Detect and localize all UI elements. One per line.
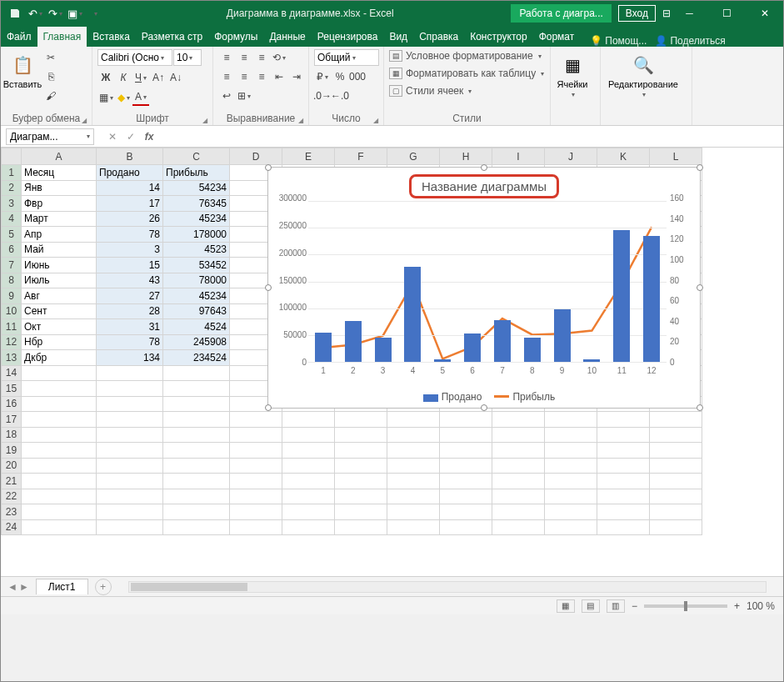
column-header[interactable]: K	[597, 148, 650, 165]
decrease-indent-icon[interactable]: ⇤	[271, 68, 287, 85]
row-header[interactable]: 17	[2, 412, 22, 428]
align-bottom-icon[interactable]: ≡	[253, 49, 270, 66]
cell[interactable]	[492, 519, 545, 535]
cell[interactable]: Фвр	[22, 196, 97, 212]
cell[interactable]	[545, 474, 597, 489]
qat-customize-icon[interactable]: ▾	[86, 4, 104, 23]
minimize-button[interactable]: ─	[671, 1, 708, 26]
row-header[interactable]: 15	[2, 381, 22, 397]
enter-formula-icon[interactable]: ✓	[122, 131, 139, 143]
column-header[interactable]: E	[282, 148, 335, 165]
sheet-tab[interactable]: Лист1	[36, 579, 88, 594]
cell[interactable]: 15	[97, 258, 163, 273]
column-header[interactable]: F	[335, 148, 387, 165]
cell[interactable]: 26	[97, 211, 163, 227]
cell[interactable]	[545, 427, 597, 443]
cell[interactable]	[492, 427, 545, 443]
cell[interactable]	[230, 443, 282, 459]
wrap-text-icon[interactable]: ↩	[218, 88, 235, 104]
row-header[interactable]: 8	[2, 273, 22, 288]
row-header[interactable]: 10	[2, 303, 22, 319]
save-icon[interactable]	[6, 4, 24, 23]
fill-color-button[interactable]: ◆▾	[115, 89, 132, 106]
number-format-combo[interactable]: Общий▾	[314, 49, 379, 66]
increase-font-icon[interactable]: A↑	[150, 69, 167, 86]
cell[interactable]	[163, 427, 230, 443]
resize-handle[interactable]	[697, 164, 703, 171]
cell[interactable]	[282, 443, 335, 459]
cell[interactable]: 76345	[163, 196, 230, 212]
chart-bar[interactable]	[494, 320, 511, 362]
bold-button[interactable]: Ж	[97, 69, 114, 86]
cancel-formula-icon[interactable]: ✕	[104, 131, 121, 143]
decrease-decimal-icon[interactable]: ←.0	[332, 88, 348, 104]
undo-icon[interactable]: ↶▾	[26, 4, 44, 23]
page-layout-view-icon[interactable]: ▤	[582, 599, 600, 613]
chart-bar[interactable]	[554, 309, 571, 362]
cell[interactable]	[230, 474, 282, 489]
cells-button[interactable]: ▦Ячейки▾	[556, 49, 589, 98]
cell[interactable]: 31	[97, 319, 163, 335]
cell[interactable]	[282, 458, 335, 474]
cell[interactable]: Продано	[97, 165, 163, 181]
resize-handle[interactable]	[697, 404, 703, 411]
cell[interactable]	[230, 412, 282, 428]
row-header[interactable]: 1	[2, 165, 22, 181]
row-header[interactable]: 20	[2, 458, 22, 474]
resize-handle[interactable]	[265, 164, 272, 171]
cell[interactable]: 245908	[163, 334, 230, 350]
cell[interactable]	[163, 412, 230, 428]
resize-handle[interactable]	[481, 404, 487, 411]
cell[interactable]: 27	[97, 288, 163, 304]
column-header[interactable]: I	[492, 148, 545, 165]
cell[interactable]: 43	[97, 273, 163, 288]
sheet-nav-prev-icon[interactable]: ◄	[7, 581, 17, 593]
tab-help[interactable]: Справка	[413, 27, 464, 47]
cell[interactable]	[440, 427, 492, 443]
share-button[interactable]: 👤Поделиться	[655, 35, 725, 47]
cell[interactable]	[545, 443, 597, 459]
cell[interactable]: 97643	[163, 303, 230, 319]
plot-area[interactable]: 123456789101112	[308, 201, 667, 362]
paste-button[interactable]: 📋 Вставить	[6, 49, 39, 89]
tab-home[interactable]: Главная	[37, 27, 87, 47]
embedded-chart[interactable]: Название диаграммы 050000100000150000200…	[267, 167, 701, 409]
tab-view[interactable]: Вид	[383, 27, 413, 47]
cell[interactable]	[22, 443, 97, 459]
cell[interactable]	[650, 443, 702, 459]
row-header[interactable]: 9	[2, 288, 22, 304]
tab-formulas[interactable]: Формулы	[208, 27, 263, 47]
row-header[interactable]: 19	[2, 443, 22, 459]
new-sheet-button[interactable]: +	[95, 579, 112, 595]
resize-handle[interactable]	[697, 284, 703, 291]
cell[interactable]	[650, 458, 702, 474]
tab-insert[interactable]: Вставка	[87, 27, 136, 47]
column-header[interactable]: A	[22, 148, 97, 165]
cell[interactable]: Сент	[22, 303, 97, 319]
cell[interactable]	[650, 412, 702, 428]
cell[interactable]	[387, 489, 440, 504]
cell[interactable]	[282, 519, 335, 535]
cell[interactable]: 45234	[163, 288, 230, 304]
cell[interactable]	[282, 504, 335, 520]
fx-icon[interactable]: fx	[141, 131, 157, 143]
tab-data[interactable]: Данные	[263, 27, 311, 47]
cell[interactable]	[163, 365, 230, 381]
cell[interactable]	[440, 489, 492, 504]
cell[interactable]	[597, 458, 650, 474]
cell[interactable]	[545, 504, 597, 520]
cell[interactable]	[22, 396, 97, 412]
cell[interactable]	[650, 427, 702, 443]
tab-chart-format[interactable]: Формат	[533, 27, 581, 47]
cell[interactable]: 3	[97, 242, 163, 258]
cell[interactable]	[545, 489, 597, 504]
zoom-level[interactable]: 100 %	[747, 600, 775, 612]
cell[interactable]	[163, 519, 230, 535]
align-right-icon[interactable]: ≡	[253, 68, 270, 85]
cell[interactable]	[22, 365, 97, 381]
borders-button[interactable]: ▦▾	[97, 89, 114, 106]
align-middle-icon[interactable]: ≡	[236, 49, 252, 66]
cell[interactable]	[97, 427, 163, 443]
resize-handle[interactable]	[265, 404, 272, 411]
conditional-formatting-button[interactable]: ▤Условное форматирование▾	[389, 49, 542, 63]
